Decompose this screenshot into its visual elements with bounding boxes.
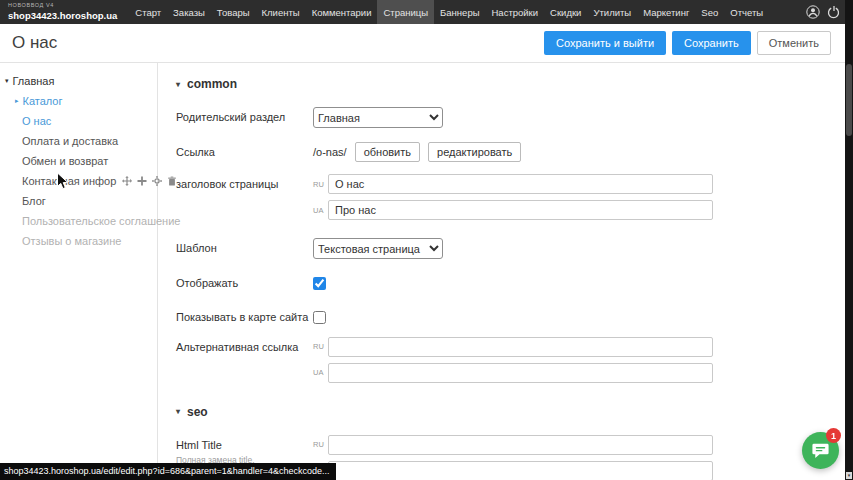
section-seo[interactable]: ▾ seo <box>176 405 853 419</box>
save-button[interactable]: Сохранить <box>672 31 751 55</box>
alt-link-ua-input[interactable] <box>328 363 713 383</box>
template-select[interactable]: Текстовая страница <box>313 238 443 259</box>
lang-ru-label: RU <box>313 342 328 351</box>
page-title-label: заголовок страницы <box>176 174 313 220</box>
menu-item-clients[interactable]: Клиенты <box>256 0 306 24</box>
menu-item-comments[interactable]: Комментарии <box>306 0 378 24</box>
link-path: /o-nas/ <box>313 146 347 158</box>
chevron-right-icon[interactable]: ▸ <box>15 97 19 105</box>
menu-item-seo[interactable]: Seo <box>695 0 724 24</box>
parent-section-row: Родительский раздел Главная <box>176 107 853 128</box>
logo[interactable]: НОВОВВОД V4 shop34423.horoshop.ua <box>0 0 129 24</box>
content-area: ▾ Главная ▸ Каталог О нас Оплата и доста… <box>0 62 853 480</box>
tree-item-label: Контактная инфор <box>22 175 116 187</box>
cancel-button[interactable]: Отменить <box>757 31 831 55</box>
logo-version: НОВОВВОД V4 <box>8 3 117 9</box>
topbar: НОВОВВОД V4 shop34423.horoshop.ua Старт … <box>0 0 853 24</box>
tree-item-label: Главная <box>13 75 55 87</box>
chevron-down-icon: ▾ <box>176 407 180 416</box>
move-icon[interactable] <box>122 176 132 186</box>
sitemap-checkbox[interactable] <box>313 311 326 324</box>
browser-status-url: shop34423.horoshop.ua/edit/edit.php?id=6… <box>0 463 336 480</box>
chevron-down-icon: ▾ <box>176 80 180 89</box>
trash-icon[interactable] <box>167 176 177 186</box>
pages-tree-sidebar: ▾ Главная ▸ Каталог О нас Оплата и доста… <box>0 63 157 480</box>
tree-item-payment-delivery[interactable]: Оплата и доставка <box>0 131 157 151</box>
menu-item-reports[interactable]: Отчеты <box>724 0 769 24</box>
html-title-label-text: Html Title <box>176 439 222 451</box>
lang-ua-label: UA <box>313 368 328 377</box>
sitemap-row: Показывать в карте сайта <box>176 307 853 325</box>
page-title-row: заголовок страницы RU UA <box>176 174 853 220</box>
template-row: Шаблон Текстовая страница <box>176 238 853 259</box>
page-title: О нас <box>12 33 57 53</box>
page-header: О нас Сохранить и выйти Сохранить Отмени… <box>0 24 853 62</box>
html-title-ru-input[interactable] <box>328 435 713 455</box>
tree-item-label: Блог <box>22 195 46 207</box>
page-edit-form: ▾ common Родительский раздел Главная Ссы… <box>157 63 853 480</box>
section-common[interactable]: ▾ common <box>176 77 853 91</box>
menu-item-orders[interactable]: Заказы <box>167 0 211 24</box>
scrollbar-thumb[interactable] <box>846 64 852 136</box>
tree-item-label: Пользовательское соглашение <box>22 215 180 227</box>
menu-item-settings[interactable]: Настройки <box>486 0 545 24</box>
tree-item-label: Оплата и доставка <box>22 135 118 147</box>
menu-item-discounts[interactable]: Скидки <box>544 0 587 24</box>
menu-item-marketing[interactable]: Маркетинг <box>637 0 695 24</box>
topbar-icons <box>806 0 841 24</box>
section-seo-label: seo <box>187 405 208 419</box>
menu-item-products[interactable]: Товары <box>211 0 256 24</box>
lang-ru-label: RU <box>313 180 328 189</box>
add-icon[interactable] <box>137 176 147 186</box>
lang-ua-label: UA <box>313 206 328 215</box>
section-common-label: common <box>187 77 237 91</box>
display-row: Отображать <box>176 273 853 291</box>
parent-section-select[interactable]: Главная <box>313 107 443 128</box>
scrollbar-down-button[interactable]: ▾ <box>846 472 852 479</box>
header-buttons: Сохранить и выйти Сохранить Отменить <box>544 31 831 55</box>
account-icon[interactable] <box>806 5 820 19</box>
menu-item-pages[interactable]: Страницы <box>377 0 434 24</box>
display-checkbox[interactable] <box>313 277 326 290</box>
menu-item-banners[interactable]: Баннеры <box>434 0 485 24</box>
alt-link-ru-input[interactable] <box>328 337 713 357</box>
lang-ru-label: RU <box>313 440 328 449</box>
link-label: Ссылка <box>176 142 313 162</box>
page-scrollbar[interactable]: ▾ <box>845 0 853 480</box>
chat-widget-button[interactable]: 1 <box>802 432 839 469</box>
link-edit-button[interactable]: редактировать <box>428 142 521 162</box>
sitemap-label: Показывать в карте сайта <box>176 307 313 325</box>
menu-item-utilities[interactable]: Утилиты <box>587 0 637 24</box>
tree-item-user-agreement[interactable]: Пользовательское соглашение <box>0 211 157 231</box>
logout-icon[interactable] <box>827 5 841 19</box>
chat-notification-badge: 1 <box>826 428 841 443</box>
page-title-ru-input[interactable] <box>328 174 713 194</box>
tree-item-label: Обмен и возврат <box>22 155 108 167</box>
logo-domain: shop34423.horoshop.ua <box>8 11 117 21</box>
gear-icon[interactable] <box>152 176 162 186</box>
alt-link-row: Альтернативная ссылка RU UA <box>176 337 853 383</box>
tree-item-contact-info[interactable]: Контактная инфор <box>0 171 157 191</box>
alt-link-label: Альтернативная ссылка <box>176 337 313 383</box>
tree-item-label: Каталог <box>23 95 63 107</box>
link-refresh-button[interactable]: обновить <box>355 142 420 162</box>
tree-item-catalog[interactable]: ▸ Каталог <box>0 91 157 111</box>
chat-bubble-icon <box>811 441 830 460</box>
tree-item-home[interactable]: ▾ Главная <box>0 71 157 91</box>
save-and-exit-button[interactable]: Сохранить и выйти <box>544 31 666 55</box>
tree-item-exchange-return[interactable]: Обмен и возврат <box>0 151 157 171</box>
page-title-ua-input[interactable] <box>328 200 713 220</box>
display-label: Отображать <box>176 273 313 291</box>
tree-item-label: Отзывы о магазине <box>22 235 121 247</box>
menu-item-start[interactable]: Старт <box>129 0 167 24</box>
tree-item-blog[interactable]: Блог <box>0 191 157 211</box>
tree-item-about-active[interactable]: О нас <box>0 111 157 131</box>
tree-item-actions <box>122 176 177 186</box>
chevron-down-icon[interactable]: ▾ <box>5 77 9 85</box>
html-title-ua-input[interactable] <box>328 461 713 480</box>
tree-item-store-reviews[interactable]: Отзывы о магазине <box>0 231 157 251</box>
tree-item-label: О нас <box>22 115 51 127</box>
link-row: Ссылка /o-nas/ обновить редактировать <box>176 142 853 162</box>
parent-section-label: Родительский раздел <box>176 107 313 128</box>
template-label: Шаблон <box>176 238 313 259</box>
